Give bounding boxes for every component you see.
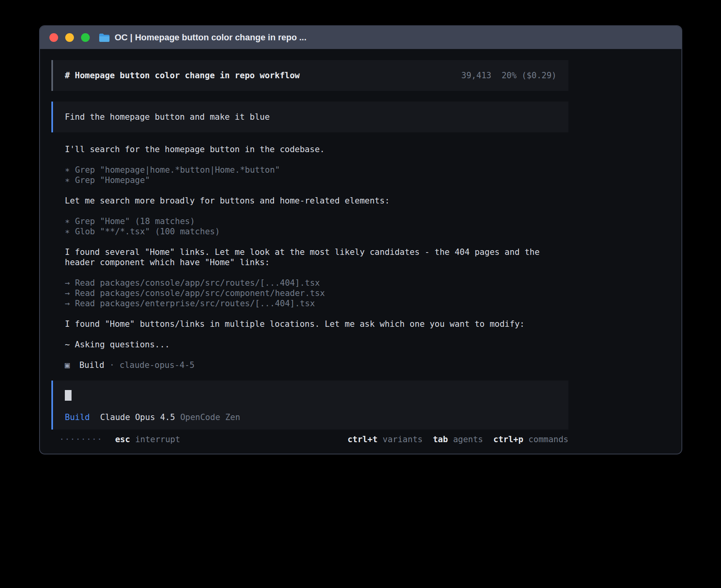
assistant-paragraph: ~ Asking questions... [51, 339, 568, 350]
provider-label: OpenCode Zen [180, 412, 240, 422]
tool-call-group: ∗Grep "Home" (18 matches) ∗Glob "**/*.ts… [51, 216, 568, 237]
tool-call-text: Read packages/console/app/src/component/… [75, 288, 325, 298]
assistant-paragraph: I found "Home" buttons/links in multiple… [51, 319, 568, 329]
arrow-icon: → [65, 299, 70, 308]
tool-call: →Read packages/enterprise/src/routes/[..… [65, 298, 568, 309]
hint-commands: ctrl+pcommands [493, 434, 568, 445]
variants-label: variants [383, 435, 423, 444]
agent-name: Build [79, 360, 104, 370]
assistant-text: I found several "Home" links. Let me loo… [65, 247, 568, 268]
context-usage: 20% ($0.29) [502, 70, 557, 81]
spinner-dots-icon: ········ [59, 434, 102, 445]
tool-call-group: ∗Grep "homepage|home.*button|Home.*butto… [51, 165, 568, 185]
asterisk-icon: ∗ [65, 165, 70, 175]
status-text: ~ Asking questions... [65, 339, 568, 350]
session-title: # Homepage button color change in repo w… [65, 70, 300, 81]
tool-call-text: Grep "Home" (18 matches) [75, 217, 195, 226]
input-footer: Build Claude Opus 4.5 OpenCode Zen [65, 412, 557, 422]
assistant-paragraph: I'll search for the homepage button in t… [51, 144, 568, 155]
token-count: 39,413 [461, 70, 491, 81]
assistant-text: I'll search for the homepage button in t… [65, 144, 568, 155]
folder-icon [99, 34, 109, 42]
tool-call-text: Glob "**/*.tsx" (100 matches) [75, 227, 220, 236]
tool-call: ∗Grep "Home" (18 matches) [65, 216, 568, 226]
agents-label: agents [453, 435, 483, 444]
mode-label: Build [65, 412, 90, 422]
tool-call: →Read packages/console/app/src/routes/[.… [65, 278, 568, 288]
arrow-icon: → [65, 288, 70, 298]
tab-key: tab [433, 435, 448, 444]
window-title: OC | Homepage button color change in rep… [115, 32, 306, 43]
titlebar: OC | Homepage button color change in rep… [40, 26, 681, 49]
tool-call-group: →Read packages/console/app/src/routes/[.… [51, 278, 568, 309]
asterisk-icon: ∗ [65, 217, 70, 226]
user-message: Find the homepage button and make it blu… [51, 102, 568, 132]
tool-call-text: Grep "Homepage" [75, 175, 150, 185]
terminal-content: # Homepage button color change in repo w… [40, 49, 681, 445]
tool-call-text: Read packages/enterprise/src/routes/[...… [75, 299, 315, 308]
status-bar-left: ········ escinterrupt [59, 434, 180, 445]
hint-variants: ctrl+tvariants [347, 434, 423, 445]
tool-call: ∗Grep "homepage|home.*button|Home.*butto… [65, 165, 568, 175]
transcript: I'll search for the homepage button in t… [51, 144, 568, 350]
asterisk-icon: ∗ [65, 175, 70, 185]
traffic-lights [49, 33, 90, 42]
terminal-window: OC | Homepage button color change in rep… [39, 25, 682, 454]
status-bar: ········ escinterrupt ctrl+tvariants tab… [51, 434, 568, 445]
user-message-text: Find the homepage button and make it blu… [65, 112, 270, 122]
ctrl-t-key: ctrl+t [347, 435, 377, 444]
status-bar-right: ctrl+tvariants tabagents ctrl+pcommands [347, 434, 568, 445]
separator-dot: · [109, 360, 115, 370]
ctrl-p-key: ctrl+p [493, 435, 523, 444]
asterisk-icon: ∗ [65, 227, 70, 236]
minimize-button[interactable] [65, 33, 74, 42]
commands-label: commands [528, 435, 568, 444]
zoom-button[interactable] [81, 33, 90, 42]
esc-label: interrupt [135, 435, 180, 444]
assistant-text: I found "Home" buttons/links in multiple… [65, 319, 568, 329]
agent-status: ▣ Build · claude-opus-4-5 [51, 360, 568, 370]
arrow-icon: → [65, 278, 70, 288]
tool-call: ∗Glob "**/*.tsx" (100 matches) [65, 226, 568, 237]
tool-call: ∗Grep "Homepage" [65, 175, 568, 185]
prompt-input[interactable]: Build Claude Opus 4.5 OpenCode Zen [51, 381, 568, 430]
assistant-paragraph: I found several "Home" links. Let me loo… [51, 247, 568, 268]
tool-call-text: Grep "homepage|home.*button|Home.*button… [75, 165, 280, 175]
agent-icon: ▣ [65, 360, 70, 370]
session-header: # Homepage button color change in repo w… [51, 60, 568, 91]
model-label: Claude Opus 4.5 [100, 412, 175, 422]
session-stats: 39,413 20% ($0.29) [461, 70, 557, 81]
assistant-text: Let me search more broadly for buttons a… [65, 196, 568, 206]
tool-call: →Read packages/console/app/src/component… [65, 288, 568, 298]
agent-model: claude-opus-4-5 [120, 360, 195, 370]
hint-agents: tabagents [433, 434, 483, 445]
hint-interrupt: escinterrupt [115, 434, 180, 445]
text-cursor [65, 390, 72, 401]
close-button[interactable] [49, 33, 58, 42]
tool-call-text: Read packages/console/app/src/routes/[..… [75, 278, 320, 288]
assistant-paragraph: Let me search more broadly for buttons a… [51, 196, 568, 206]
screenshot: OC | Homepage button color change in rep… [0, 0, 721, 588]
esc-key: esc [115, 435, 130, 444]
